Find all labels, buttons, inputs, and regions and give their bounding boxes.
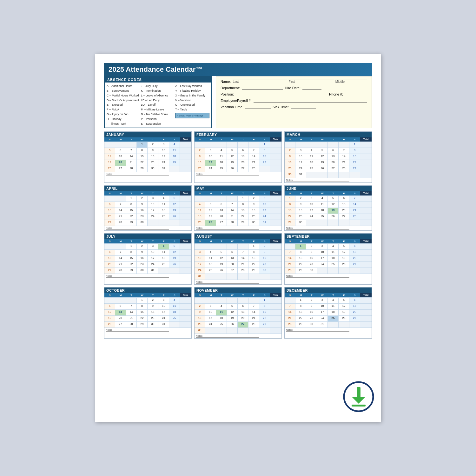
day-cell: 6 — [115, 304, 126, 309]
day-cell: 28 — [285, 322, 295, 327]
day-label: T — [306, 239, 317, 243]
day-cell: 12 — [104, 310, 115, 315]
absence-col-2: J – Jury DutyK – TerminationL – Leave of… — [141, 84, 175, 126]
day-cell: 16 — [148, 310, 158, 315]
day-cell — [349, 172, 360, 178]
calendar-january: JANUARYSMTWTFSTotal123456789101112131415… — [104, 131, 192, 183]
day-cell: 1 — [126, 196, 137, 202]
total-label: Total — [270, 239, 281, 243]
day-cell: 6 — [104, 250, 115, 255]
day-cell: 21 — [115, 262, 126, 268]
day-cell: 9 — [195, 310, 205, 315]
dept-label: Department: — [221, 86, 240, 90]
notes-label: Notes — [106, 173, 169, 176]
day-cell: 26 — [216, 268, 227, 274]
day-label: S — [104, 239, 115, 243]
day-cell: 23 — [259, 262, 270, 268]
day-cell: 17 — [317, 310, 328, 315]
day-cell — [216, 298, 227, 303]
day-cell: 25 — [317, 214, 328, 220]
day-cell: 20 — [115, 160, 126, 166]
day-cell: 31 — [259, 220, 270, 226]
day-cell: 29 — [126, 220, 137, 226]
download-icon[interactable] — [343, 381, 374, 413]
day-cell: 22 — [295, 316, 306, 321]
day-cell: 3 — [205, 148, 216, 154]
total-label: Total — [180, 239, 191, 243]
total-cell — [270, 298, 281, 303]
day-cell: 29 — [259, 322, 270, 327]
cal-week-row: 22232425262728 — [285, 214, 372, 220]
total-cell — [270, 154, 281, 160]
day-cell: 10 — [148, 250, 158, 255]
day-cell: 4 — [317, 196, 328, 202]
day-cell: 18 — [169, 154, 180, 160]
day-cell: 27 — [104, 220, 115, 226]
day-cell: 19 — [169, 208, 180, 214]
day-cell: 19 — [339, 256, 349, 261]
total-cell — [180, 304, 191, 309]
cal-week-row: 13141516171819 — [104, 208, 191, 214]
day-cell — [238, 298, 248, 303]
absence-item: B – Bereavement — [107, 89, 141, 93]
absence-item: T – Tardy — [175, 107, 209, 112]
day-cell: 7 — [285, 250, 295, 255]
day-label: T — [238, 191, 248, 195]
day-label: T — [238, 293, 248, 297]
cal-week-row: 19202122232425 — [104, 160, 191, 166]
download-overlay[interactable] — [343, 381, 374, 413]
day-cell: 7 — [115, 250, 126, 255]
day-cell: 5 — [169, 244, 180, 249]
cal-day-headers: SMTWTFSTotal — [285, 293, 372, 297]
day-cell — [259, 166, 270, 172]
day-cell: 15 — [295, 256, 306, 261]
day-cell: 21 — [248, 316, 259, 321]
notes-label: Notes — [196, 281, 259, 284]
cal-week-row: 891011121314 — [285, 202, 372, 208]
day-label: W — [317, 293, 328, 297]
day-cell: 20 — [349, 256, 360, 261]
day-cell — [306, 220, 317, 226]
day-cell: 15 — [137, 154, 148, 160]
total-cell — [360, 256, 372, 261]
notes-label: Notes — [286, 328, 349, 332]
day-label: S — [349, 191, 360, 195]
cal-week-row: 14151617181920 — [285, 255, 372, 261]
total-cell — [270, 322, 281, 327]
total-cell — [180, 214, 191, 220]
notes-row: Notes — [285, 274, 372, 278]
day-cell: 16 — [248, 208, 259, 214]
day-cell: 15 — [126, 208, 137, 214]
total-label: Total — [180, 137, 191, 142]
day-cell: 9 — [137, 202, 148, 208]
middle-label: Middle — [335, 80, 367, 83]
day-cell — [104, 196, 115, 202]
day-cell — [339, 220, 349, 226]
calendar-september: SEPTEMBERSMTWTFSTotal1234567891011121314… — [284, 233, 372, 285]
total-label: Total — [360, 191, 372, 195]
cal-month-header: JULY — [104, 234, 191, 239]
total-cell — [180, 220, 191, 226]
emp-label: Employee/Payroll #: — [221, 99, 252, 102]
day-cell: 17 — [306, 208, 317, 214]
day-label: S — [195, 293, 205, 297]
day-cell: 19 — [339, 310, 349, 315]
day-cell: 30 — [306, 268, 317, 274]
cal-week-row: 1234 — [104, 142, 191, 148]
day-cell — [227, 244, 238, 249]
day-cell: 9 — [148, 148, 158, 154]
total-cell — [270, 220, 281, 226]
day-label: S — [285, 191, 295, 195]
day-cell: 27 — [349, 262, 360, 268]
day-label: S — [169, 137, 180, 142]
day-cell: 11 — [169, 304, 180, 309]
day-label: S — [169, 191, 180, 195]
day-cell: 31 — [317, 322, 328, 327]
total-cell — [270, 310, 281, 315]
day-cell: 23 — [148, 316, 158, 321]
absence-item: H – Holiday — [107, 117, 141, 122]
day-label: T — [126, 239, 137, 243]
absence-item: A – Additional Hours — [107, 84, 141, 89]
day-cell: 16 — [137, 256, 148, 261]
notes-row: Notes — [285, 327, 372, 332]
